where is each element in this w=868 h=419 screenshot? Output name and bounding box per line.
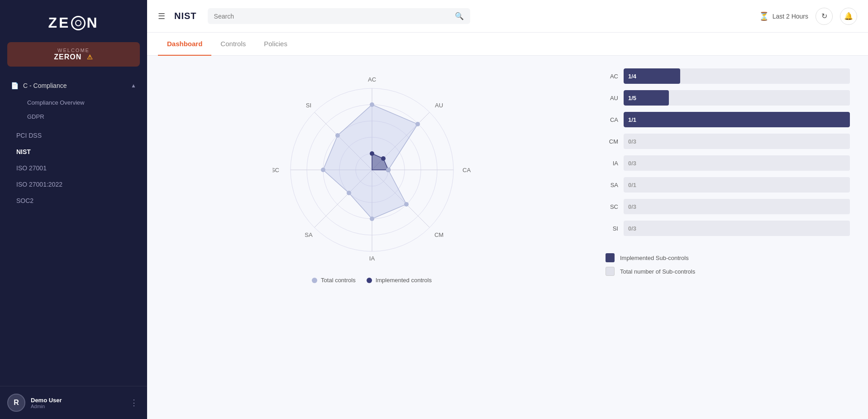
sidebar: ZE N WELCOME ZERON ⚠ 📄 C - Compliance ▲ … (0, 0, 147, 419)
bar-track-cm[interactable]: 0/3 (624, 134, 850, 149)
radar-chart: AC AU CA CM IA SA SC SI (272, 70, 472, 270)
logo-text: ZE (48, 14, 71, 31)
radar-legend: Total controls Implemented controls (312, 277, 432, 284)
sidebar-item-nist[interactable]: NIST (5, 144, 142, 160)
svg-text:SC: SC (272, 167, 279, 173)
bar-fill-au: 1/5 (624, 90, 669, 106)
bar-track-ia[interactable]: 0/3 (624, 155, 850, 171)
svg-text:IA: IA (369, 255, 375, 262)
svg-point-24 (321, 168, 325, 172)
bar-track-sc[interactable]: 0/3 (624, 199, 850, 214)
time-filter[interactable]: ⏳ Last 2 Hours (759, 11, 808, 21)
svg-point-21 (404, 202, 409, 207)
warning-icon: ⚠ (87, 53, 93, 61)
legend-implemented-dot (367, 278, 372, 283)
bar-track-ca[interactable]: 1/1 (624, 112, 850, 127)
bar-track-au[interactable]: 1/5 (624, 90, 850, 106)
legend-total: Total controls (312, 277, 356, 284)
bar-fill-ca: 1/1 (624, 112, 850, 127)
tab-dashboard[interactable]: Dashboard (158, 33, 211, 56)
sidebar-item-iso-27001[interactable]: ISO 27001 (5, 160, 142, 176)
bar-row-cm: CM0/3 (606, 134, 850, 149)
legend-total-dot (312, 278, 317, 283)
bars-section: AC1/4AU1/5CA1/1CM0/3IA0/3SA0/1SC0/3SI0/3… (596, 56, 868, 419)
user-name: Demo User (31, 397, 123, 404)
svg-point-20 (386, 168, 391, 172)
svg-point-18 (370, 102, 374, 107)
tab-controls[interactable]: Controls (211, 33, 255, 56)
sidebar-footer: R Demo User Admin ⋮ (0, 386, 147, 419)
logo-container: ZE N (0, 0, 147, 42)
bar-row-si: SI0/3 (606, 221, 850, 236)
bar-track-si[interactable]: 0/3 (624, 221, 850, 236)
svg-text:AC: AC (367, 76, 376, 83)
main-content: ☰ NIST 🔍 ⏳ Last 2 Hours ↻ 🔔 Dashboard Co… (147, 0, 868, 419)
svg-text:CA: CA (463, 167, 471, 173)
implemented-sub-label: Implemented Sub-controls (620, 255, 689, 261)
legend-total-label: Total controls (321, 277, 356, 284)
svg-text:SI: SI (305, 102, 311, 109)
compliance-sub-items: Compliance Overview GDPR (5, 94, 142, 125)
menu-button[interactable]: ☰ (158, 11, 165, 21)
svg-text:AU: AU (434, 102, 443, 109)
bar-fill-cm (624, 134, 628, 149)
svg-point-22 (370, 217, 374, 221)
search-container: 🔍 (208, 8, 470, 24)
compliance-section-header[interactable]: 📄 C - Compliance ▲ (5, 77, 142, 94)
bar-value-cm: 0/3 (628, 138, 636, 145)
bar-value-ca: 1/1 (628, 116, 636, 123)
bar-track-ac[interactable]: 1/4 (624, 68, 850, 84)
svg-text:SA: SA (305, 231, 313, 238)
bars-legend-total: Total number of Sub-controls (606, 267, 850, 276)
svg-text:CM: CM (434, 231, 443, 238)
bar-track-sa[interactable]: 0/1 (624, 177, 850, 193)
bar-row-ac: AC1/4 (606, 68, 850, 84)
compliance-section: 📄 C - Compliance ▲ Compliance Overview G… (5, 77, 142, 125)
bars-legend-implemented: Implemented Sub-controls (606, 253, 850, 262)
bars-legend: Implemented Sub-controls Total number of… (606, 253, 850, 276)
user-info: Demo User Admin (31, 397, 123, 409)
bar-label-si: SI (606, 225, 618, 232)
refresh-button[interactable]: ↻ (816, 8, 833, 25)
document-icon: 📄 (11, 82, 19, 89)
topbar-right: ⏳ Last 2 Hours ↻ 🔔 (759, 8, 857, 25)
bar-label-cm: CM (606, 138, 618, 145)
legend-implemented-label: Implemented controls (376, 277, 432, 284)
welcome-box: WELCOME ZERON ⚠ (7, 42, 140, 67)
more-options-button[interactable]: ⋮ (128, 396, 140, 409)
bar-label-sc: SC (606, 203, 618, 210)
sidebar-item-compliance-overview[interactable]: Compliance Overview (22, 96, 142, 110)
svg-point-25 (335, 133, 340, 138)
sidebar-nav: 📄 C - Compliance ▲ Compliance Overview G… (0, 74, 147, 386)
sidebar-item-soc2[interactable]: SOC2 (5, 193, 142, 209)
bar-fill-sa (624, 177, 628, 193)
bar-label-ia: IA (606, 160, 618, 167)
bar-fill-sc (624, 199, 628, 214)
avatar: R (7, 394, 25, 412)
total-swatch (606, 267, 615, 276)
svg-point-19 (415, 122, 420, 126)
notifications-button[interactable]: 🔔 (840, 8, 857, 25)
bar-row-ia: IA0/3 (606, 155, 850, 171)
bar-value-sa: 0/1 (628, 182, 636, 188)
user-role: Admin (31, 404, 123, 409)
search-icon: 🔍 (455, 12, 464, 20)
bar-row-sc: SC0/3 (606, 199, 850, 214)
radar-svg: AC AU CA CM IA SA SC SI (272, 70, 472, 270)
svg-point-15 (370, 151, 374, 156)
sidebar-item-iso-27001-2022[interactable]: ISO 27001:2022 (5, 176, 142, 193)
sidebar-item-gdpr[interactable]: GDPR (22, 110, 142, 124)
welcome-name: ZERON ⚠ (14, 53, 133, 61)
implemented-swatch (606, 253, 615, 262)
bar-row-sa: SA0/1 (606, 177, 850, 193)
hourglass-icon: ⏳ (759, 11, 769, 21)
logo-icon (71, 16, 86, 30)
sidebar-item-pci-dss[interactable]: PCI DSS (5, 127, 142, 144)
total-sub-label: Total number of Sub-controls (620, 268, 695, 275)
tabs: Dashboard Controls Policies (147, 33, 868, 56)
content-area: AC AU CA CM IA SA SC SI Total controls (147, 56, 868, 419)
tab-policies[interactable]: Policies (255, 33, 296, 56)
compliance-section-title: 📄 C - Compliance (11, 82, 67, 89)
search-input[interactable] (214, 13, 451, 20)
svg-point-16 (381, 156, 386, 161)
